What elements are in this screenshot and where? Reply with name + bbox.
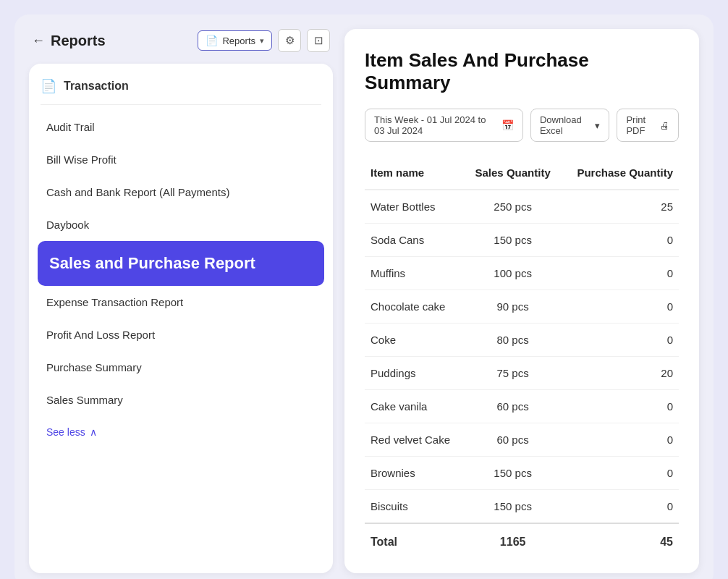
gear-icon: ⚙: [285, 34, 295, 47]
menu-list: Audit Trail Bill Wise Profit Cash and Ba…: [41, 111, 321, 416]
table-row: Red velvet Cake60 pcs0: [365, 423, 679, 457]
left-header: ← Reports 📄 Reports ▾ ⚙ ⊡: [29, 29, 333, 52]
table-row: Cake vanila60 pcs0: [365, 390, 679, 423]
cell-purchase-qty: 20: [561, 357, 679, 390]
cell-item-name: Water Bottles: [365, 190, 465, 224]
cell-sales-qty: 90 pcs: [465, 290, 561, 324]
cell-item-name: Cake vanila: [365, 390, 465, 423]
table-footer-row: Total 1165 45: [365, 523, 679, 559]
cell-item-name: Red velvet Cake: [365, 423, 465, 457]
cell-item-name: Soda Cans: [365, 224, 465, 257]
sidebar-item-daybook[interactable]: Daybook: [41, 208, 321, 241]
cell-sales-qty: 75 pcs: [465, 357, 561, 390]
total-sales: 1165: [465, 523, 561, 559]
see-less-label: See less: [46, 426, 85, 438]
date-picker[interactable]: This Week - 01 Jul 2024 to 03 Jul 2024 📅: [365, 109, 523, 142]
left-card: 📄 Transaction Audit Trail Bill Wise Prof…: [29, 64, 333, 573]
table-row: Biscuits150 pcs0: [365, 490, 679, 524]
print-label: Print PDF: [626, 114, 654, 136]
sidebar-item-sales-summary[interactable]: Sales Summary: [41, 384, 321, 416]
cell-sales-qty: 80 pcs: [465, 324, 561, 357]
sidebar-item-audit-trail[interactable]: Audit Trail: [41, 111, 321, 143]
cell-purchase-qty: 0: [561, 390, 679, 423]
report-table: Item name Sales Quantity Purchase Quanti…: [365, 158, 679, 559]
calendar-icon: 📅: [501, 119, 514, 131]
reports-dropdown[interactable]: 📄 Reports ▾: [198, 30, 272, 51]
total-purchase: 45: [561, 523, 679, 559]
printer-icon: 🖨: [660, 120, 669, 131]
sidebar-item-profit-loss[interactable]: Profit And Loss Report: [41, 318, 321, 351]
table-row: Chocolate cake90 pcs0: [365, 290, 679, 324]
table-header-row: Item name Sales Quantity Purchase Quanti…: [365, 158, 679, 190]
cell-purchase-qty: 0: [561, 457, 679, 490]
cell-sales-qty: 150 pcs: [465, 224, 561, 257]
table-row: Water Bottles250 pcs25: [365, 190, 679, 224]
cell-purchase-qty: 0: [561, 423, 679, 457]
cell-item-name: Brownies: [365, 457, 465, 490]
transaction-header: 📄 Transaction: [41, 78, 321, 105]
table-row: Muffins100 pcs0: [365, 257, 679, 290]
cell-item-name: Biscuits: [365, 490, 465, 524]
chevron-down-icon: ▾: [595, 120, 600, 131]
page-title: Reports: [51, 33, 106, 49]
print-pdf-button[interactable]: Print PDF 🖨: [617, 109, 679, 142]
col-purchase-qty: Purchase Quantity: [561, 158, 679, 190]
cell-sales-qty: 60 pcs: [465, 390, 561, 423]
table-row: Soda Cans150 pcs0: [365, 224, 679, 257]
cell-purchase-qty: 0: [561, 257, 679, 290]
cell-sales-qty: 60 pcs: [465, 423, 561, 457]
cell-item-name: Puddings: [365, 357, 465, 390]
sidebar-item-sales-purchase[interactable]: Sales and Purchase Report: [38, 241, 324, 286]
back-nav[interactable]: ← Reports: [32, 33, 106, 49]
transaction-icon: 📄: [41, 78, 56, 94]
share-icon: ⊡: [314, 34, 323, 47]
table-container: Item name Sales Quantity Purchase Quanti…: [365, 158, 679, 559]
header-controls: 📄 Reports ▾ ⚙ ⊡: [198, 29, 330, 52]
sidebar-item-purchase-summary[interactable]: Purchase Summary: [41, 351, 321, 384]
cell-sales-qty: 250 pcs: [465, 190, 561, 224]
cell-item-name: Coke: [365, 324, 465, 357]
back-arrow-icon: ←: [32, 33, 45, 48]
col-item-name: Item name: [365, 158, 465, 190]
download-label: Download Excel: [540, 114, 589, 136]
cell-sales-qty: 100 pcs: [465, 257, 561, 290]
cell-purchase-qty: 0: [561, 324, 679, 357]
download-excel-button[interactable]: Download Excel ▾: [530, 109, 609, 142]
right-panel: Item Sales And Purchase Summary This Wee…: [344, 29, 699, 573]
date-range-text: This Week - 01 Jul 2024 to 03 Jul 2024: [374, 114, 496, 136]
app-container: ← Reports 📄 Reports ▾ ⚙ ⊡ 📄 Tra: [14, 14, 714, 579]
cell-purchase-qty: 0: [561, 224, 679, 257]
cell-item-name: Chocolate cake: [365, 290, 465, 324]
table-row: Coke80 pcs0: [365, 324, 679, 357]
table-row: Brownies150 pcs0: [365, 457, 679, 490]
gear-button[interactable]: ⚙: [278, 29, 301, 52]
cell-sales-qty: 150 pcs: [465, 457, 561, 490]
sidebar-item-bill-wise-profit[interactable]: Bill Wise Profit: [41, 143, 321, 176]
cell-item-name: Muffins: [365, 257, 465, 290]
cell-purchase-qty: 0: [561, 490, 679, 524]
cell-sales-qty: 150 pcs: [465, 490, 561, 524]
share-button[interactable]: ⊡: [307, 29, 330, 52]
table-row: Puddings75 pcs20: [365, 357, 679, 390]
cell-purchase-qty: 25: [561, 190, 679, 224]
left-panel: ← Reports 📄 Reports ▾ ⚙ ⊡ 📄 Tra: [29, 29, 333, 573]
dropdown-label: Reports: [222, 35, 255, 46]
sidebar-item-expense-transaction[interactable]: Expense Transaction Report: [41, 286, 321, 318]
chevron-up-icon: ∧: [90, 426, 97, 438]
chevron-down-icon: ▾: [260, 36, 264, 46]
cell-purchase-qty: 0: [561, 290, 679, 324]
see-less-button[interactable]: See less ∧: [41, 416, 321, 438]
total-label: Total: [365, 523, 465, 559]
doc-icon: 📄: [206, 35, 218, 46]
report-title: Item Sales And Purchase Summary: [365, 49, 679, 94]
sidebar-item-cash-bank[interactable]: Cash and Bank Report (All Payments): [41, 176, 321, 208]
transaction-label: Transaction: [64, 80, 129, 93]
toolbar: This Week - 01 Jul 2024 to 03 Jul 2024 📅…: [365, 109, 679, 142]
col-sales-qty: Sales Quantity: [465, 158, 561, 190]
